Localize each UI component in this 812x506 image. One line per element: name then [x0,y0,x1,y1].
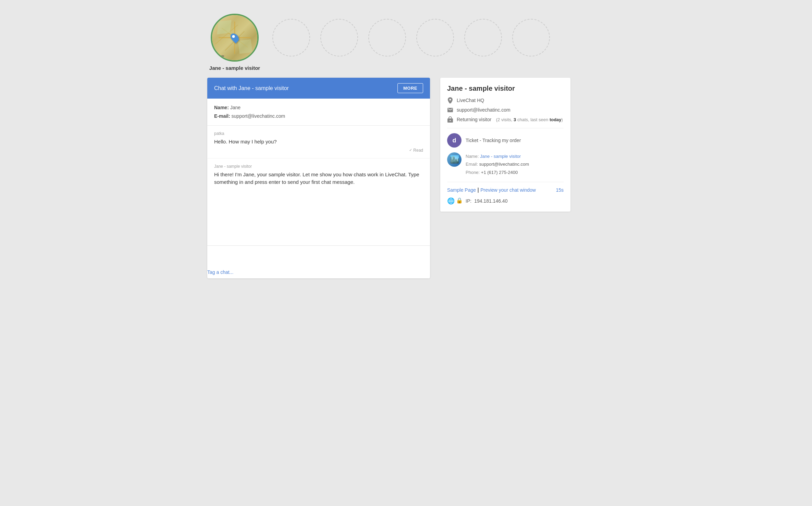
visits-count: 2 [497,117,500,122]
contact-avatar-icon: 🏙️ [450,155,459,164]
svg-marker-6 [238,39,252,54]
ip-value: 194.181.146.40 [474,198,507,204]
ip-icons: 🌐 🔒 [447,197,463,205]
chat-input[interactable] [214,251,423,256]
agent-sender: patka [214,131,423,136]
visitor-main: Google Jane - sample visitor [207,14,262,71]
chat-header: Chat with Jane - sample visitor MORE [207,78,430,99]
contact-phone-row: Phone: +1 (617) 275-2400 [466,168,529,176]
contact-name-row: Name: Jane - sample visitor [466,152,529,160]
more-button[interactable]: MORE [397,83,423,93]
email-icon [447,107,453,113]
contact-email-value: support@livechatinc.com [479,162,529,167]
dashed-circle-4 [416,19,454,56]
dashed-circle-5 [464,19,502,56]
time-badge: 15s [556,187,564,193]
location-icon [447,97,453,103]
dashed-circle-6 [512,19,550,56]
email-row: support@livechatinc.com [447,107,564,113]
info-panel: Jane - sample visitor LiveChat HQ [440,78,570,212]
email-value: support@livechatinc.com [232,113,285,119]
contact-name-label: Name: [466,154,479,159]
dashed-circle-3 [368,19,406,56]
agent-message-block: patka Hello. How may I help you? ✓ Read [207,126,430,159]
contact-phone-label: Phone: [466,170,480,175]
info-visitor-name: Jane - sample visitor [447,85,564,92]
lock-icon: 🔒 [456,197,463,205]
location-row: LiveChat HQ [447,97,564,103]
location-value: LiveChat HQ [457,98,484,103]
returning-detail: (2 visits, 3 chats, last seen today) [495,117,563,122]
contact-phone-value: +1 (617) 275-2400 [481,170,518,175]
chat-header-title: Chat with Jane - sample visitor [214,85,289,91]
contact-detail-row: 🏙️ Name: Jane - sample visitor Email: su… [447,152,564,176]
ticket-row: d Ticket - Tracking my order [447,133,564,148]
read-status: ✓ Read [409,148,423,153]
chat-panel: Chat with Jane - sample visitor MORE Nam… [207,78,430,278]
read-label: Read [413,148,423,153]
chats-count: 3 [514,117,516,122]
email-label: E-mail: [214,113,230,119]
returning-icon [447,116,453,123]
contact-email-row: Email: support@livechatinc.com [466,160,529,168]
dashed-circle-1 [272,19,310,56]
visitor-info-card: Jane - sample visitor LiveChat HQ [440,78,570,212]
globe-icon: 🌐 [447,197,455,205]
main-content: Chat with Jane - sample visitor MORE Nam… [207,78,605,278]
pipe-separator: | [478,187,481,193]
name-value: Jane [230,105,241,110]
divider-1 [447,128,564,128]
last-seen-value: today [550,117,562,122]
tag-chat-link[interactable]: Tag a chat... [207,266,430,278]
name-label: Name: [214,105,229,110]
returning-row: Returning visitor (2 visits, 3 chats, la… [447,116,564,123]
dashed-circle-2 [320,19,358,56]
contact-details: Name: Jane - sample visitor Email: suppo… [466,152,529,176]
message-footer: ✓ Read [214,148,423,153]
visitors-row: Google Jane - sample visitor [207,14,605,71]
divider-2 [447,182,564,182]
ip-row: 🌐 🔒 IP: 194.181.146.40 [447,197,564,205]
svg-marker-5 [217,20,231,34]
google-text: Google [215,54,224,58]
sample-page-link[interactable]: Sample Page [447,187,476,193]
visitor-message-block: Jane - sample visitor Hi there! I'm Jane… [207,159,430,234]
page-container: Google Jane - sample visitor Chat with J… [200,7,612,285]
agent-message-text: Hello. How may I help you? [214,138,423,146]
visitor-avatar: Google [211,14,259,62]
visitor-sender: Jane - sample visitor [214,164,423,169]
map-background: Google [212,15,257,60]
ticket-avatar: d [447,133,462,148]
dashed-circles [272,14,605,56]
preview-chat-link[interactable]: Preview your chat window [480,187,536,193]
visitor-name-label: Jane - sample visitor [209,65,260,71]
chat-input-area[interactable] [207,245,430,266]
checkmark-icon: ✓ [409,148,412,152]
visitor-message-text: Hi there! I'm Jane, your sample visitor.… [214,171,423,186]
ip-label: IP: [466,198,471,204]
sample-page-row: Sample Page | Preview your chat window 1… [447,187,564,193]
ticket-title: Ticket - Tracking my order [466,138,521,143]
sample-page-links: Sample Page | Preview your chat window [447,187,536,193]
visitor-info-bar: Name: Jane E-mail: support@livechatinc.c… [207,99,430,126]
contact-email-label: Email: [466,162,478,167]
email-info-value: support@livechatinc.com [457,107,510,113]
contact-name-value: Jane - sample visitor [480,154,521,159]
returning-badge: Returning visitor [457,117,491,122]
contact-avatar: 🏙️ [447,152,462,167]
chat-messages: patka Hello. How may I help you? ✓ Read … [207,126,430,245]
